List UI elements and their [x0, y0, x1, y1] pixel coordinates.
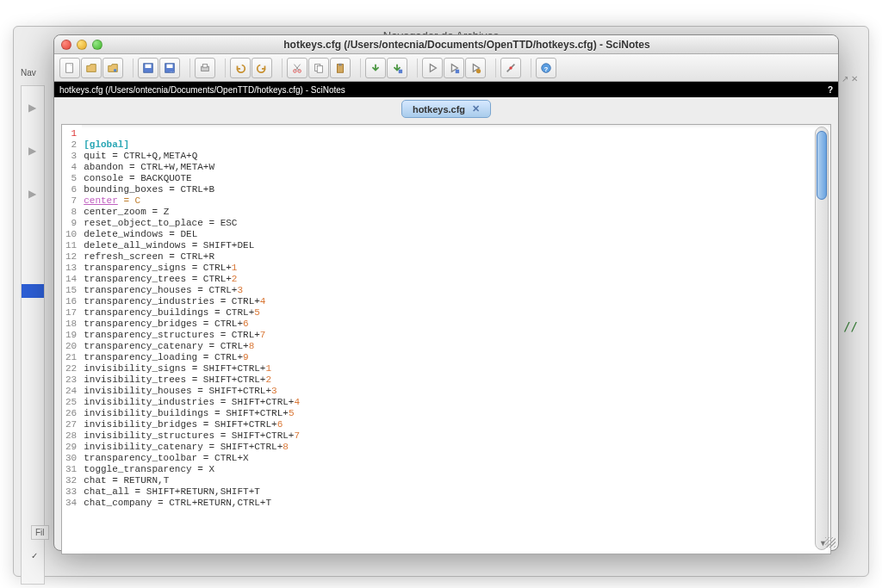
svg-text:…: … — [170, 68, 174, 73]
print-button[interactable] — [195, 58, 215, 78]
new-file-button[interactable] — [59, 58, 80, 78]
play-config-button[interactable] — [465, 58, 486, 78]
svg-rect-14 — [339, 63, 342, 65]
svg-rect-16 — [456, 69, 459, 72]
paste-button[interactable] — [330, 58, 351, 78]
tree-arrow-icon[interactable]: ▶ — [22, 172, 44, 215]
traffic-lights[interactable] — [61, 40, 102, 50]
svg-rect-12 — [317, 65, 322, 72]
help-button[interactable]: ? — [536, 58, 556, 78]
redo-button[interactable] — [252, 58, 272, 78]
document-path-bar: hotkeys.cfg (/Users/ontecnia/Documents/O… — [54, 82, 838, 97]
tree-arrow-icon[interactable]: ▶ — [22, 129, 44, 172]
zoom-icon[interactable] — [92, 40, 102, 50]
code-editor[interactable]: 1234567891011121314151617181920212223242… — [62, 125, 830, 554]
svg-rect-15 — [399, 69, 402, 72]
bg-nav-label: Nav — [21, 68, 36, 77]
titlebar[interactable]: hotkeys.cfg (/Users/ontecnia/Documents/O… — [54, 35, 838, 54]
svg-rect-5 — [167, 64, 173, 67]
svg-text:?: ? — [544, 65, 549, 72]
bg-comment-text: // — [843, 319, 858, 333]
document-path-text: hotkeys.cfg (/Users/ontecnia/Documents/O… — [59, 85, 345, 95]
window-title: hotkeys.cfg (/Users/ontecnia/Documents/O… — [102, 39, 831, 51]
toolbar: … ? — [54, 54, 838, 82]
svg-rect-3 — [146, 64, 152, 67]
vertical-scrollbar[interactable]: ▼ — [815, 127, 829, 550]
document-tab[interactable]: hotkeys.cfg ✕ — [401, 100, 491, 118]
bg-side-panel: ▶ ▶ ▶ — [21, 85, 45, 585]
code-content[interactable]: [global]quit = CTRL+Q,META+Qabandon = CT… — [82, 125, 830, 554]
resize-handle[interactable] — [825, 537, 835, 548]
scrollbar-thumb[interactable] — [817, 131, 827, 200]
bg-checkbox[interactable]: ✓ — [31, 551, 38, 560]
help-icon[interactable]: ? — [828, 85, 833, 95]
svg-rect-8 — [202, 64, 207, 67]
save-as-button[interactable]: … — [159, 58, 180, 78]
preferences-button[interactable] — [500, 58, 521, 78]
close-icon[interactable] — [61, 40, 71, 50]
close-tab-icon[interactable]: ✕ — [472, 103, 480, 115]
scinotes-window: hotkeys.cfg (/Users/ontecnia/Documents/O… — [53, 34, 839, 551]
tab-label: hotkeys.cfg — [413, 104, 465, 115]
copy-button[interactable] — [308, 58, 329, 78]
svg-point-18 — [509, 66, 512, 70]
bg-filter-label: Fil — [31, 525, 49, 540]
execute-save-button[interactable] — [387, 58, 407, 78]
editor-area: 1234567891011121314151617181920212223242… — [61, 124, 831, 554]
tree-selected-item[interactable] — [22, 284, 44, 298]
cut-button[interactable] — [287, 58, 307, 78]
svg-point-17 — [476, 68, 481, 72]
execute-button[interactable] — [365, 58, 386, 78]
minimize-icon[interactable] — [77, 40, 87, 50]
line-number-gutter: 1234567891011121314151617181920212223242… — [62, 125, 82, 554]
open-recent-button[interactable] — [102, 58, 123, 78]
play-save-button[interactable] — [444, 58, 464, 78]
tab-bar: hotkeys.cfg ✕ — [54, 97, 838, 121]
play-button[interactable] — [422, 58, 443, 78]
svg-point-1 — [114, 68, 117, 71]
bg-window-controls[interactable]: ↗ ✕ — [842, 74, 858, 84]
undo-button[interactable] — [230, 58, 251, 78]
save-button[interactable] — [138, 58, 158, 78]
open-file-button[interactable] — [81, 58, 102, 78]
tree-arrow-icon[interactable]: ▶ — [22, 86, 44, 129]
